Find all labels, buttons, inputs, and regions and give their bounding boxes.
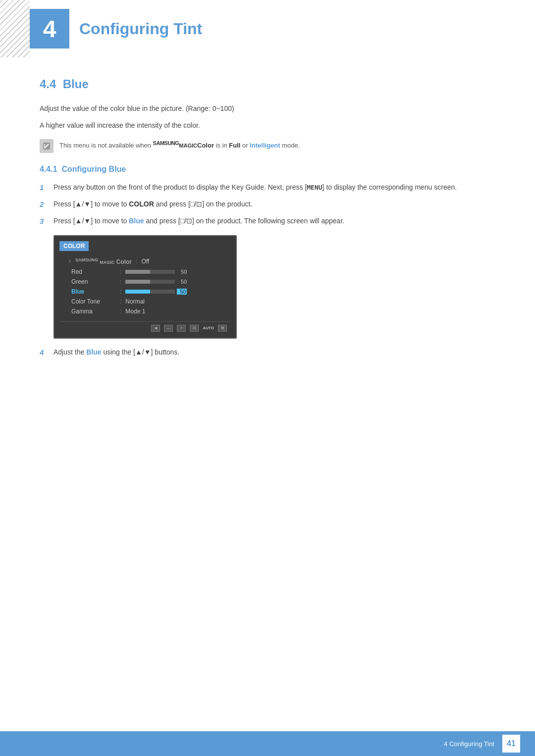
note-text: This menu is not available when SAMSUNGM… bbox=[59, 139, 300, 151]
menu-row-red: Red : 50 bbox=[59, 267, 231, 277]
red-value: 50 bbox=[177, 269, 187, 275]
menu-row-magic-color: SAMSUNG MAGIC Color : Off bbox=[59, 256, 231, 267]
color-menu: SAMSUNG MAGIC Color : Off Red : 5 bbox=[59, 254, 231, 318]
pencil-icon bbox=[42, 142, 51, 151]
subsection-heading: Configuring Blue bbox=[61, 165, 126, 173]
subsection-title: 4.4.1 Configuring Blue bbox=[40, 165, 495, 174]
menu-label-magic: SAMSUNG MAGIC Color bbox=[71, 257, 132, 265]
btn-auto: AUTO bbox=[203, 326, 214, 330]
step-2-color: COLOR bbox=[129, 200, 154, 208]
menu-label-red: Red bbox=[71, 268, 116, 275]
green-value: 50 bbox=[177, 279, 187, 285]
step-1-text: Press any button on the front of the pro… bbox=[54, 182, 495, 193]
screen-bottom-bar: ◄ — + ⊡ AUTO ⚙ bbox=[59, 321, 231, 333]
btn-minus: — bbox=[164, 325, 173, 332]
menu-label-color-tone: Color Tone bbox=[71, 298, 116, 305]
menu-row-gamma: Gamma : Mode 1 bbox=[59, 306, 231, 316]
steps-list: 1 Press any button on the front of the p… bbox=[40, 182, 495, 227]
step-4-text: Adjust the Blue using the [▲/▼] buttons. bbox=[54, 347, 495, 357]
green-bar: 50 bbox=[125, 279, 225, 285]
section-desc1: Adjust the value of the color blue in th… bbox=[40, 103, 495, 114]
footer-page-number: 41 bbox=[502, 735, 520, 753]
blue-bar: 50 bbox=[125, 289, 225, 295]
monitor-screen: COLOR SAMSUNG MAGIC Color : Off bbox=[54, 235, 237, 339]
section-number: 4.4 bbox=[40, 77, 56, 91]
step-4: 4 Adjust the Blue using the [▲/▼] button… bbox=[40, 347, 495, 358]
step-2-text: Press [▲/▼] to move to COLOR and press [… bbox=[54, 199, 495, 209]
step-3-num: 3 bbox=[40, 215, 50, 227]
footer-chapter-text: 4 Configuring Tint bbox=[444, 740, 494, 748]
menu-label-blue: Blue bbox=[71, 288, 116, 295]
step-1: 1 Press any button on the front of the p… bbox=[40, 182, 495, 194]
blue-value: 50 bbox=[177, 289, 187, 295]
menu-row-blue: Blue : 50 bbox=[59, 287, 231, 297]
header-stripe bbox=[0, 0, 30, 57]
btn-plus: + bbox=[177, 325, 186, 332]
menu-label-green: Green bbox=[71, 278, 116, 285]
brand-samsung: SAMSUNG bbox=[153, 140, 179, 146]
note-icon bbox=[40, 139, 54, 153]
step-4-blue: Blue bbox=[86, 348, 101, 356]
red-bar: 50 bbox=[125, 269, 225, 275]
mode-intelligent: Intelligent bbox=[250, 142, 280, 149]
btn-enter: ⊡ bbox=[190, 325, 199, 332]
step-3-blue: Blue bbox=[129, 217, 144, 225]
menu-label-gamma: Gamma bbox=[71, 308, 116, 315]
gamma-value: Mode 1 bbox=[125, 308, 145, 315]
step-1-num: 1 bbox=[40, 182, 50, 194]
brand-color: Color bbox=[197, 142, 214, 149]
menu-row-green: Green : 50 bbox=[59, 277, 231, 287]
subsection-number: 4.4.1 bbox=[40, 165, 57, 173]
note-box: This menu is not available when SAMSUNGM… bbox=[40, 139, 495, 153]
chapter-number-block: 4 bbox=[30, 9, 69, 49]
section-title: 4.4 Blue bbox=[40, 77, 495, 91]
menu-row-color-tone: Color Tone : Normal bbox=[59, 297, 231, 306]
screen-title-bar: COLOR bbox=[59, 241, 89, 251]
chapter-number: 4 bbox=[43, 15, 56, 43]
brand-magic: MAGIC bbox=[179, 143, 197, 149]
page-footer: 4 Configuring Tint 41 bbox=[0, 731, 535, 756]
section-heading: Blue bbox=[63, 77, 89, 91]
main-content: 4.4 Blue Adjust the value of the color b… bbox=[0, 57, 535, 403]
btn-back: ◄ bbox=[151, 325, 160, 332]
screen-container: COLOR SAMSUNG MAGIC Color : Off bbox=[54, 235, 495, 339]
btn-power: ⚙ bbox=[218, 325, 227, 332]
color-tone-value: Normal bbox=[125, 298, 145, 305]
mode-full: Full bbox=[229, 142, 240, 149]
magic-color-value: Off bbox=[141, 258, 161, 265]
step-2-num: 2 bbox=[40, 199, 50, 210]
step-2: 2 Press [▲/▼] to move to COLOR and press… bbox=[40, 199, 495, 210]
section-desc2: A higher value will increase the intensi… bbox=[40, 120, 495, 131]
step-4-num: 4 bbox=[40, 347, 50, 358]
menu-key: MENU bbox=[307, 184, 322, 191]
step-3: 3 Press [▲/▼] to move to Blue and press … bbox=[40, 215, 495, 227]
chapter-title: Configuring Tint bbox=[79, 20, 202, 38]
step-3-text: Press [▲/▼] to move to Blue and press [□… bbox=[54, 215, 495, 226]
step4-list: 4 Adjust the Blue using the [▲/▼] button… bbox=[40, 347, 495, 358]
header-banner: 4 Configuring Tint bbox=[0, 0, 535, 57]
